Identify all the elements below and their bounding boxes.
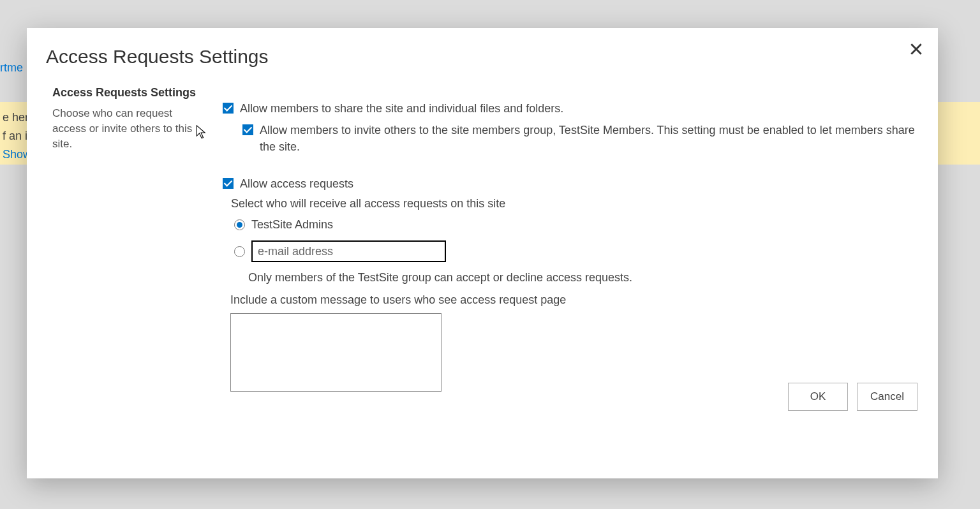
- cancel-button[interactable]: Cancel: [857, 383, 917, 411]
- radio-email[interactable]: [234, 246, 245, 257]
- close-button[interactable]: [907, 41, 925, 59]
- settings-panel: Allow members to share the site and indi…: [223, 100, 924, 395]
- allow-invite-label: Allow members to invite others to the si…: [260, 122, 924, 155]
- bg-breadcrumb-fragment: rtme: [0, 61, 23, 75]
- allow-requests-checkbox[interactable]: [223, 178, 234, 189]
- sidebar-description: Choose who can request access or invite …: [52, 106, 205, 152]
- radio-admins[interactable]: [234, 219, 245, 230]
- ok-button[interactable]: OK: [788, 383, 848, 411]
- allow-invite-row: Allow members to invite others to the si…: [242, 122, 924, 155]
- radio-email-row: [234, 240, 924, 262]
- dialog-footer: OK Cancel: [788, 383, 917, 411]
- radio-admins-row: TestSite Admins: [234, 218, 924, 232]
- recipient-instruction: Select who will receive all access reque…: [231, 197, 924, 210]
- email-field[interactable]: [251, 240, 446, 262]
- allow-share-label: Allow members to share the site and indi…: [240, 100, 563, 117]
- close-icon: [910, 43, 922, 55]
- access-requests-dialog: Access Requests Settings Access Requests…: [27, 28, 938, 478]
- accept-note: Only members of the TestSite group can a…: [248, 271, 924, 284]
- allow-requests-row: Allow access requests: [223, 175, 924, 192]
- allow-share-checkbox[interactable]: [223, 103, 234, 114]
- allow-invite-checkbox[interactable]: [242, 124, 253, 135]
- bg-banner-text1: e her: [3, 111, 29, 124]
- sidebar-panel: Access Requests Settings Choose who can …: [52, 86, 205, 152]
- allow-requests-label: Allow access requests: [240, 175, 353, 192]
- radio-admins-label: TestSite Admins: [251, 218, 333, 232]
- custom-message-label: Include a custom message to users who se…: [230, 293, 924, 307]
- sidebar-heading: Access Requests Settings: [52, 86, 205, 100]
- custom-message-textarea[interactable]: [230, 313, 442, 392]
- recipient-radio-group: TestSite Admins: [234, 218, 924, 262]
- allow-share-row: Allow members to share the site and indi…: [223, 100, 924, 117]
- dialog-title: Access Requests Settings: [46, 46, 269, 68]
